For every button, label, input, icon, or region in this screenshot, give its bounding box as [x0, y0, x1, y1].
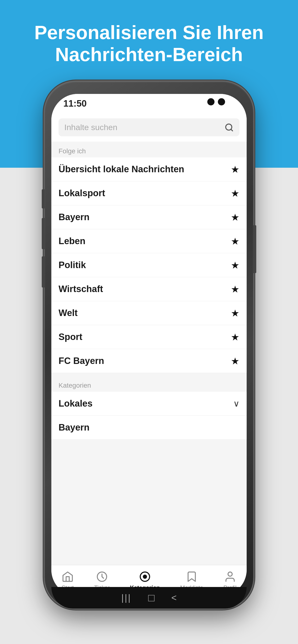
search-placeholder: Inhalte suchen [64, 123, 221, 132]
search-icon [225, 123, 234, 132]
gesture-home-icon: □ [148, 592, 155, 603]
item-label: Welt [59, 308, 78, 318]
list-item[interactable]: Übersicht lokale Nachrichten ★ [51, 158, 247, 181]
following-section-label: Folge ich [51, 142, 247, 158]
search-section: Inhalte suchen [51, 113, 247, 142]
list-item[interactable]: Wirtschaft ★ [51, 277, 247, 301]
status-bar: 11:50 [51, 94, 247, 113]
status-time: 11:50 [63, 98, 87, 109]
search-input-wrapper[interactable]: Inhalte suchen [59, 118, 239, 136]
compass-icon [139, 570, 151, 583]
item-label: Lokalsport [59, 188, 105, 198]
chevron-down-icon: ∨ [233, 399, 239, 409]
volume-up-button[interactable] [42, 189, 45, 208]
svg-point-5 [228, 572, 232, 576]
camera-area [207, 98, 225, 106]
screen-inner: 11:50 Inhalte suchen [51, 94, 247, 596]
gesture-menu-icon: ||| [121, 593, 131, 603]
gesture-back-icon: < [171, 593, 177, 603]
phone-screen: 11:50 Inhalte suchen [51, 94, 247, 596]
item-label: Bayern [59, 212, 89, 222]
item-label: Leben [59, 236, 85, 246]
camera-dot-1 [207, 98, 215, 106]
phone-shell: 11:50 Inhalte suchen [45, 82, 253, 608]
silent-button[interactable] [42, 256, 45, 288]
star-icon[interactable]: ★ [231, 284, 239, 295]
bookmark-icon [186, 570, 198, 583]
categories-item-bayern[interactable]: Bayern [51, 416, 247, 440]
svg-point-4 [143, 575, 146, 578]
item-label: Lokales [59, 398, 93, 409]
list-item[interactable]: Lokalsport ★ [51, 181, 247, 205]
categories-section-label: Kategorien [51, 376, 247, 392]
item-label: Übersicht lokale Nachrichten [59, 164, 184, 174]
star-icon[interactable]: ★ [231, 236, 239, 247]
list-item[interactable]: Politik ★ [51, 253, 247, 277]
camera-dot-2 [218, 98, 225, 106]
star-icon[interactable]: ★ [231, 260, 239, 271]
svg-line-1 [231, 129, 232, 131]
list-item[interactable]: Leben ★ [51, 229, 247, 253]
profile-icon [224, 570, 236, 583]
list-item[interactable]: FC Bayern ★ [51, 349, 247, 373]
volume-down-button[interactable] [42, 218, 45, 249]
list-item[interactable]: Bayern ★ [51, 205, 247, 229]
star-icon[interactable]: ★ [231, 188, 239, 199]
header-section: Personalisieren Sie Ihren Nachrichten-Be… [0, 22, 298, 66]
following-list: Übersicht lokale Nachrichten ★ Lokalspor… [51, 158, 247, 373]
main-content[interactable]: Inhalte suchen Folge ich Übersicht loka [51, 113, 247, 565]
gesture-bar: ||| □ < [51, 587, 247, 608]
page-title: Personalisieren Sie Ihren Nachrichten-Be… [0, 22, 298, 66]
list-item[interactable]: Welt ★ [51, 301, 247, 325]
star-icon[interactable]: ★ [231, 332, 239, 342]
item-label: Sport [59, 332, 82, 342]
item-label: Wirtschaft [59, 284, 103, 294]
star-icon[interactable]: ★ [231, 356, 239, 366]
star-icon[interactable]: ★ [231, 164, 239, 175]
item-label: Bayern [59, 422, 89, 433]
power-button[interactable] [253, 225, 256, 273]
categories-list: Lokales ∨ Bayern [51, 392, 247, 440]
phone-device: 11:50 Inhalte suchen [45, 82, 253, 608]
star-icon[interactable]: ★ [231, 308, 239, 319]
item-label: Politik [59, 260, 86, 270]
item-label: FC Bayern [59, 356, 104, 366]
list-item-sport[interactable]: Sport ★ [51, 325, 247, 349]
home-icon [61, 570, 74, 583]
star-icon[interactable]: ★ [231, 212, 239, 223]
clock-icon [96, 570, 108, 583]
categories-item-lokales[interactable]: Lokales ∨ [51, 392, 247, 416]
